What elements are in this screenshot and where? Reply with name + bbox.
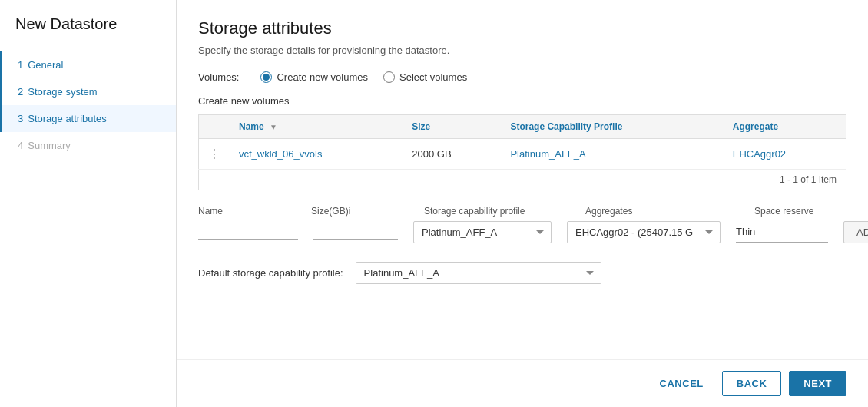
sidebar-item-label-summary: Summary: [28, 140, 71, 151]
sidebar-title: New Datastore: [0, 15, 176, 51]
name-input[interactable]: [198, 221, 298, 240]
radio-select-label: Select volumes: [399, 71, 467, 83]
main-content: Storage attributes Specify the storage d…: [177, 0, 868, 407]
step-num-general: 1: [18, 59, 23, 71]
field-aggregate: EHCAggr02 - (25407.15 G: [567, 221, 721, 243]
default-profile-label: Default storage capability profile:: [198, 267, 343, 279]
step-num-storage-attributes: 3: [18, 113, 23, 124]
sidebar-item-label-storage-system: Storage system: [28, 86, 97, 98]
col-name[interactable]: Name ▼: [230, 115, 403, 139]
step-num-storage-system: 2: [18, 86, 23, 98]
pagination-row: 1 - 1 of 1 Item: [199, 170, 846, 190]
next-button[interactable]: NEXT: [789, 371, 846, 396]
volumes-row: Volumes: Create new volumes Select volum…: [198, 71, 846, 83]
label-space-reserve: Space reserve: [754, 206, 846, 217]
form-inputs-row: Platinum_AFF_A EHCAggr02 - (25407.15 G T…: [198, 221, 846, 243]
add-button[interactable]: ADD: [843, 221, 868, 243]
back-button[interactable]: BACK: [722, 371, 782, 396]
table-row: ⋮ vcf_wkld_06_vvols 2000 GB Platinum_AFF…: [199, 139, 846, 170]
field-space-reserve: Thin: [736, 221, 828, 243]
col-profile: Storage Capability Profile: [501, 115, 723, 139]
sidebar-item-label-general: General: [28, 59, 63, 71]
field-profile: Platinum_AFF_A: [413, 221, 552, 243]
default-profile-row: Default storage capability profile: Plat…: [198, 262, 846, 284]
label-aggregate: Aggregates: [585, 206, 739, 217]
row-profile[interactable]: Platinum_AFF_A: [501, 139, 723, 170]
page-title: Storage attributes: [198, 18, 846, 38]
aggregate-select[interactable]: EHCAggr02 - (25407.15 G: [567, 221, 721, 243]
sidebar-item-general[interactable]: 1 General: [0, 51, 176, 78]
drag-handle[interactable]: ⋮: [199, 139, 230, 170]
label-name: Name: [198, 206, 296, 217]
radio-create-input[interactable]: [260, 71, 272, 83]
label-profile: Storage capability profile: [424, 206, 570, 217]
field-name: [198, 221, 298, 240]
col-drag: [199, 115, 230, 139]
radio-create-label: Create new volumes: [277, 71, 368, 83]
form-labels-row: Name Size(GB) i Storage capability profi…: [198, 206, 846, 217]
label-size: Size(GB) i: [311, 206, 409, 217]
profile-select[interactable]: Platinum_AFF_A: [413, 221, 552, 243]
radio-select-input[interactable]: [383, 71, 395, 83]
size-input[interactable]: [313, 221, 398, 240]
field-size: [313, 221, 398, 240]
create-volumes-label: Create new volumes: [198, 95, 846, 107]
sidebar-item-storage-attributes[interactable]: 3 Storage attributes: [0, 105, 176, 132]
sort-icon: ▼: [270, 123, 277, 131]
col-aggregate: Aggregate: [724, 115, 846, 139]
volumes-label: Volumes:: [198, 71, 239, 83]
cancel-button[interactable]: CANCEL: [649, 372, 714, 395]
pagination-text: 1 - 1 of 1 Item: [199, 170, 846, 190]
radio-create-volumes[interactable]: Create new volumes: [260, 71, 368, 83]
row-size: 2000 GB: [403, 139, 501, 170]
sidebar-item-label-storage-attributes: Storage attributes: [28, 113, 107, 124]
footer: CANCEL BACK NEXT: [177, 359, 868, 407]
row-aggregate[interactable]: EHCAggr02: [724, 139, 846, 170]
col-size: Size: [403, 115, 501, 139]
page-subtitle: Specify the storage details for provisio…: [198, 45, 846, 56]
sidebar-item-storage-system[interactable]: 2 Storage system: [0, 78, 176, 105]
size-info-icon[interactable]: i: [349, 206, 351, 217]
radio-select-volumes[interactable]: Select volumes: [383, 71, 467, 83]
step-num-summary: 4: [18, 140, 23, 151]
volume-table: Name ▼ Size Storage Capability Profile A…: [198, 114, 846, 190]
default-profile-select[interactable]: Platinum_AFF_A: [356, 262, 601, 284]
space-reserve-value: Thin: [736, 221, 828, 243]
row-name[interactable]: vcf_wkld_06_vvols: [230, 139, 403, 170]
sidebar: New Datastore 1 General 2 Storage system…: [0, 0, 177, 407]
sidebar-item-summary: 4 Summary: [0, 132, 176, 159]
